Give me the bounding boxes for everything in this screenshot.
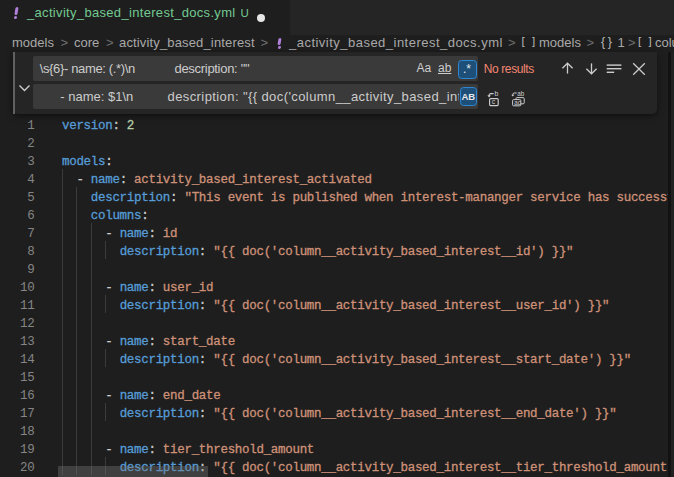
svg-text:b: b (494, 90, 498, 97)
svg-text:ab: ab (517, 90, 525, 97)
svg-text:ac: ac (514, 98, 521, 105)
svg-text:c: c (491, 98, 495, 105)
